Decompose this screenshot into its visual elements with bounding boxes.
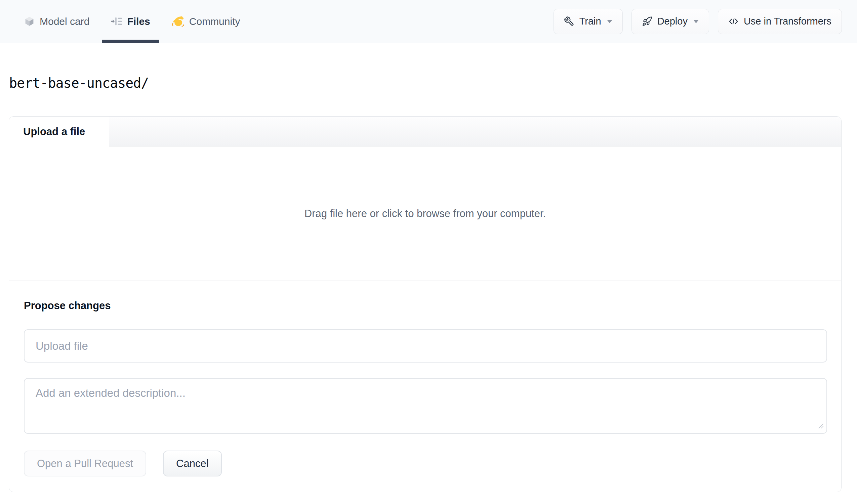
tab-label: Model card: [40, 16, 89, 27]
form-buttons: Open a Pull Request Cancel: [24, 451, 826, 476]
dropzone-hint: Drag file here or click to browse from y…: [304, 208, 546, 220]
waving-hand-icon: [172, 15, 184, 28]
button-label: Use in Transformers: [744, 16, 831, 27]
tab-label: Files: [127, 16, 150, 27]
tab-label: Upload a file: [23, 126, 85, 138]
versions-icon: [111, 16, 122, 26]
upload-a-file-tab[interactable]: Upload a file: [9, 117, 109, 147]
repo-tabs: Model card Files: [15, 0, 249, 43]
tab-files[interactable]: Files: [102, 0, 158, 43]
card-tabstrip: Upload a file: [9, 117, 841, 147]
propose-changes-section: Propose changes Open a Pull Request Canc…: [9, 281, 841, 491]
resize-handle-icon[interactable]: [817, 422, 824, 431]
cancel-button[interactable]: Cancel: [163, 451, 222, 476]
button-label: Train: [579, 16, 601, 27]
button-label: Deploy: [657, 16, 688, 27]
commit-title-input[interactable]: [24, 329, 827, 363]
rocket-icon: [642, 16, 652, 27]
use-in-transformers-button[interactable]: Use in Transformers: [718, 9, 842, 34]
chevron-down-icon: [607, 20, 612, 23]
repo-actions: Train Deploy: [554, 0, 842, 43]
cube-icon: [24, 16, 35, 27]
file-dropzone[interactable]: Drag file here or click to browse from y…: [9, 147, 841, 281]
top-navigation: Model card Files: [0, 0, 857, 43]
upload-card: Upload a file Drag file here or click to…: [9, 116, 842, 492]
extended-description-textarea[interactable]: [24, 378, 827, 434]
tab-label: Community: [189, 16, 240, 27]
repo-path: bert-base-uncased/: [9, 75, 857, 91]
main-content: bert-base-uncased/ Upload a file Drag fi…: [0, 75, 857, 492]
train-button[interactable]: Train: [554, 9, 623, 34]
deploy-button[interactable]: Deploy: [632, 9, 709, 34]
wrench-icon: [564, 16, 574, 27]
code-icon: [728, 16, 739, 27]
chevron-down-icon: [693, 20, 699, 23]
tab-model-card[interactable]: Model card: [15, 0, 98, 43]
propose-changes-heading: Propose changes: [24, 300, 826, 312]
open-pull-request-button[interactable]: Open a Pull Request: [24, 451, 146, 476]
tab-community[interactable]: Community: [163, 0, 249, 43]
description-field-wrapper: [24, 378, 827, 434]
tabstrip-filler: [109, 117, 841, 147]
